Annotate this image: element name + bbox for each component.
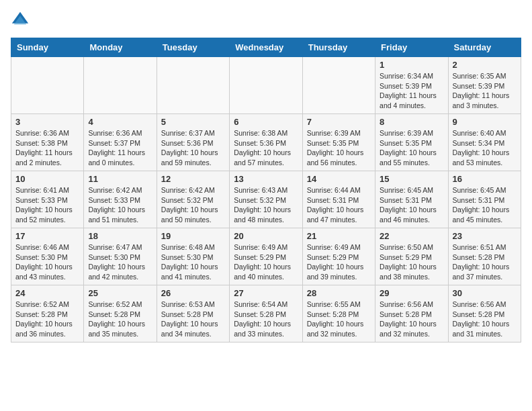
day-number: 9 (453, 117, 517, 127)
calendar-day-header: Wednesday (230, 38, 302, 57)
day-number: 28 (307, 288, 371, 298)
calendar-cell: 1Sunrise: 6:34 AM Sunset: 5:39 PM Daylig… (375, 57, 448, 114)
day-number: 29 (380, 288, 443, 298)
calendar-cell (11, 57, 84, 114)
calendar-cell: 25Sunrise: 6:52 AM Sunset: 5:28 PM Dayli… (84, 285, 157, 342)
day-info: Sunrise: 6:49 AM Sunset: 5:29 PM Dayligh… (307, 242, 371, 282)
calendar-cell: 7Sunrise: 6:39 AM Sunset: 5:35 PM Daylig… (302, 114, 375, 171)
day-info: Sunrise: 6:46 AM Sunset: 5:30 PM Dayligh… (15, 242, 79, 282)
logo-icon (11, 11, 30, 30)
day-info: Sunrise: 6:52 AM Sunset: 5:28 PM Dayligh… (88, 300, 152, 339)
calendar-table: SundayMondayTuesdayWednesdayThursdayFrid… (11, 38, 521, 342)
calendar-cell: 2Sunrise: 6:35 AM Sunset: 5:39 PM Daylig… (448, 57, 521, 114)
day-info: Sunrise: 6:55 AM Sunset: 5:28 PM Dayligh… (307, 300, 371, 339)
day-number: 17 (15, 231, 79, 241)
day-info: Sunrise: 6:36 AM Sunset: 5:37 PM Dayligh… (88, 128, 152, 168)
calendar-week-row: 24Sunrise: 6:52 AM Sunset: 5:28 PM Dayli… (11, 285, 521, 342)
calendar-cell: 23Sunrise: 6:51 AM Sunset: 5:28 PM Dayli… (448, 228, 521, 285)
day-number: 10 (15, 174, 79, 184)
page-header (11, 11, 521, 30)
calendar-day-header: Thursday (302, 38, 375, 57)
calendar-week-row: 10Sunrise: 6:41 AM Sunset: 5:33 PM Dayli… (11, 171, 521, 228)
calendar-cell (157, 57, 229, 114)
calendar-cell: 5Sunrise: 6:37 AM Sunset: 5:36 PM Daylig… (157, 114, 229, 171)
calendar-cell: 18Sunrise: 6:47 AM Sunset: 5:30 PM Dayli… (84, 228, 157, 285)
calendar-cell: 11Sunrise: 6:42 AM Sunset: 5:33 PM Dayli… (84, 171, 157, 228)
calendar-cell: 21Sunrise: 6:49 AM Sunset: 5:29 PM Dayli… (302, 228, 375, 285)
day-info: Sunrise: 6:56 AM Sunset: 5:28 PM Dayligh… (380, 300, 443, 339)
day-info: Sunrise: 6:51 AM Sunset: 5:28 PM Dayligh… (453, 242, 517, 282)
day-info: Sunrise: 6:42 AM Sunset: 5:32 PM Dayligh… (161, 185, 225, 225)
calendar-cell: 28Sunrise: 6:55 AM Sunset: 5:28 PM Dayli… (302, 285, 375, 342)
day-info: Sunrise: 6:47 AM Sunset: 5:30 PM Dayligh… (88, 242, 152, 282)
calendar-cell: 27Sunrise: 6:54 AM Sunset: 5:28 PM Dayli… (230, 285, 302, 342)
calendar-cell: 29Sunrise: 6:56 AM Sunset: 5:28 PM Dayli… (375, 285, 448, 342)
calendar-cell: 6Sunrise: 6:38 AM Sunset: 5:36 PM Daylig… (230, 114, 302, 171)
day-number: 2 (453, 60, 517, 70)
calendar-cell: 14Sunrise: 6:44 AM Sunset: 5:31 PM Dayli… (302, 171, 375, 228)
calendar-week-row: 17Sunrise: 6:46 AM Sunset: 5:30 PM Dayli… (11, 228, 521, 285)
calendar-cell: 12Sunrise: 6:42 AM Sunset: 5:32 PM Dayli… (157, 171, 229, 228)
calendar-cell: 8Sunrise: 6:39 AM Sunset: 5:35 PM Daylig… (375, 114, 448, 171)
day-number: 14 (307, 174, 371, 184)
day-info: Sunrise: 6:48 AM Sunset: 5:30 PM Dayligh… (161, 242, 225, 282)
day-number: 22 (380, 231, 443, 241)
day-number: 24 (15, 288, 79, 298)
calendar-day-header: Monday (84, 38, 157, 57)
day-number: 18 (88, 231, 152, 241)
day-number: 15 (380, 174, 443, 184)
day-info: Sunrise: 6:45 AM Sunset: 5:31 PM Dayligh… (380, 185, 443, 225)
calendar-day-header: Tuesday (157, 38, 229, 57)
day-info: Sunrise: 6:53 AM Sunset: 5:28 PM Dayligh… (161, 300, 225, 339)
day-info: Sunrise: 6:45 AM Sunset: 5:31 PM Dayligh… (453, 185, 517, 225)
day-info: Sunrise: 6:36 AM Sunset: 5:38 PM Dayligh… (15, 128, 79, 168)
day-info: Sunrise: 6:42 AM Sunset: 5:33 PM Dayligh… (88, 185, 152, 225)
day-number: 23 (453, 231, 517, 241)
day-number: 12 (161, 174, 225, 184)
day-number: 5 (161, 117, 225, 127)
calendar-cell: 9Sunrise: 6:40 AM Sunset: 5:34 PM Daylig… (448, 114, 521, 171)
day-number: 25 (88, 288, 152, 298)
day-number: 6 (234, 117, 298, 127)
day-number: 26 (161, 288, 225, 298)
day-info: Sunrise: 6:56 AM Sunset: 5:28 PM Dayligh… (453, 300, 517, 339)
calendar-cell: 16Sunrise: 6:45 AM Sunset: 5:31 PM Dayli… (448, 171, 521, 228)
calendar-week-row: 3Sunrise: 6:36 AM Sunset: 5:38 PM Daylig… (11, 114, 521, 171)
calendar-day-header: Friday (375, 38, 448, 57)
day-number: 8 (380, 117, 443, 127)
day-number: 27 (234, 288, 298, 298)
calendar-cell: 3Sunrise: 6:36 AM Sunset: 5:38 PM Daylig… (11, 114, 84, 171)
day-info: Sunrise: 6:40 AM Sunset: 5:34 PM Dayligh… (453, 128, 517, 168)
calendar-cell: 17Sunrise: 6:46 AM Sunset: 5:30 PM Dayli… (11, 228, 84, 285)
day-info: Sunrise: 6:39 AM Sunset: 5:35 PM Dayligh… (307, 128, 371, 168)
day-number: 30 (453, 288, 517, 298)
day-info: Sunrise: 6:35 AM Sunset: 5:39 PM Dayligh… (453, 71, 517, 111)
day-info: Sunrise: 6:43 AM Sunset: 5:32 PM Dayligh… (234, 185, 298, 225)
calendar-cell: 13Sunrise: 6:43 AM Sunset: 5:32 PM Dayli… (230, 171, 302, 228)
day-number: 1 (380, 60, 443, 70)
calendar-cell: 10Sunrise: 6:41 AM Sunset: 5:33 PM Dayli… (11, 171, 84, 228)
day-info: Sunrise: 6:34 AM Sunset: 5:39 PM Dayligh… (380, 71, 443, 111)
day-number: 7 (307, 117, 371, 127)
day-number: 11 (88, 174, 152, 184)
calendar-cell: 4Sunrise: 6:36 AM Sunset: 5:37 PM Daylig… (84, 114, 157, 171)
day-info: Sunrise: 6:38 AM Sunset: 5:36 PM Dayligh… (234, 128, 298, 168)
day-info: Sunrise: 6:39 AM Sunset: 5:35 PM Dayligh… (380, 128, 443, 168)
day-info: Sunrise: 6:44 AM Sunset: 5:31 PM Dayligh… (307, 185, 371, 225)
day-number: 3 (15, 117, 79, 127)
day-info: Sunrise: 6:37 AM Sunset: 5:36 PM Dayligh… (161, 128, 225, 168)
calendar-cell: 19Sunrise: 6:48 AM Sunset: 5:30 PM Dayli… (157, 228, 229, 285)
day-number: 19 (161, 231, 225, 241)
calendar-cell: 26Sunrise: 6:53 AM Sunset: 5:28 PM Dayli… (157, 285, 229, 342)
calendar-header-row: SundayMondayTuesdayWednesdayThursdayFrid… (11, 38, 521, 57)
calendar-cell: 15Sunrise: 6:45 AM Sunset: 5:31 PM Dayli… (375, 171, 448, 228)
calendar-cell: 30Sunrise: 6:56 AM Sunset: 5:28 PM Dayli… (448, 285, 521, 342)
calendar-cell (230, 57, 302, 114)
calendar-cell (302, 57, 375, 114)
day-number: 16 (453, 174, 517, 184)
calendar-week-row: 1Sunrise: 6:34 AM Sunset: 5:39 PM Daylig… (11, 57, 521, 114)
day-number: 13 (234, 174, 298, 184)
logo (11, 11, 32, 30)
calendar-day-header: Sunday (11, 38, 84, 57)
day-info: Sunrise: 6:54 AM Sunset: 5:28 PM Dayligh… (234, 300, 298, 339)
